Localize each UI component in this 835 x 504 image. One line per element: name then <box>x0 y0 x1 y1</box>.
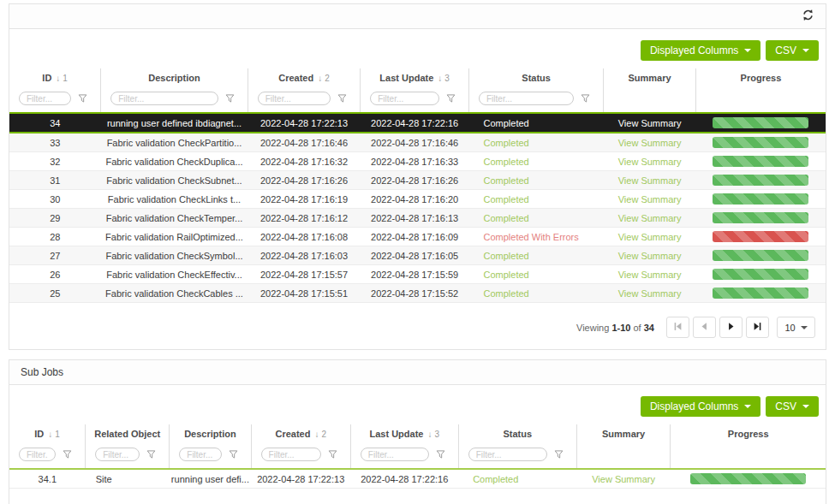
filter-funnel-icon[interactable] <box>436 450 445 459</box>
last-page-button[interactable] <box>746 317 769 338</box>
filter-funnel-icon[interactable] <box>225 94 235 103</box>
filter-input-status[interactable] <box>468 448 547 461</box>
filter-input-description[interactable] <box>179 448 221 461</box>
column-header-summary[interactable]: Summary <box>604 68 696 89</box>
status-badge: Completed <box>469 209 604 228</box>
displayed-columns-button[interactable]: Displayed Columns <box>641 40 760 61</box>
view-summary-link[interactable]: View Summary <box>618 213 682 223</box>
progress-bar <box>713 269 808 280</box>
view-summary-link[interactable]: View Summary <box>618 232 682 242</box>
caret-down-icon <box>744 405 751 408</box>
filter-input-status[interactable] <box>479 92 574 105</box>
cell-summary: View Summary <box>604 113 696 133</box>
sub-jobs-toolbar: Displayed Columns CSV <box>9 385 826 424</box>
cell-summary: View Summary <box>604 246 696 265</box>
cell-progress <box>695 228 826 246</box>
view-summary-link[interactable]: View Summary <box>618 175 682 186</box>
view-summary-link[interactable]: View Summary <box>618 251 682 261</box>
filter-input-last-update[interactable] <box>361 448 429 461</box>
view-summary-link[interactable]: View Summary <box>592 474 655 484</box>
view-summary-link[interactable]: View Summary <box>618 118 682 128</box>
column-header-id[interactable]: ID1 <box>9 424 86 445</box>
filter-input-related-object[interactable] <box>95 448 140 461</box>
filter-funnel-icon[interactable] <box>337 94 347 103</box>
filter-funnel-icon[interactable] <box>229 450 238 459</box>
column-label: ID <box>34 429 44 439</box>
table-row[interactable]: 34.1 Site running user defi... 2022-04-2… <box>9 469 826 489</box>
filter-funnel-icon[interactable] <box>554 450 564 459</box>
csv-button[interactable]: CSV <box>766 40 819 61</box>
column-header-description[interactable]: Description <box>101 68 248 89</box>
cell-last-update: 2022-04-28 17:16:20 <box>361 190 469 209</box>
filter-input-created[interactable] <box>261 448 321 461</box>
displayed-columns-button[interactable]: Displayed Columns <box>641 396 760 417</box>
filter-funnel-icon[interactable] <box>146 450 156 459</box>
cell-description: running user defined ibdiagnet... <box>101 113 248 133</box>
next-page-button[interactable] <box>719 317 743 338</box>
table-row[interactable]: 32 Fabric validation CheckDuplica... 202… <box>9 152 826 171</box>
first-page-button[interactable] <box>666 317 689 338</box>
page-size-value: 10 <box>784 323 795 333</box>
column-header-status[interactable]: Status <box>469 68 604 89</box>
filter-funnel-icon[interactable] <box>328 450 337 459</box>
cell-id: 27 <box>9 246 101 265</box>
filter-input-last-update[interactable] <box>370 92 439 105</box>
filter-input-id[interactable] <box>19 448 56 461</box>
filter-input-created[interactable] <box>258 92 331 105</box>
table-row[interactable]: 30 Fabric validation CheckLinks t... 202… <box>9 190 826 209</box>
cell-summary: View Summary <box>604 228 696 246</box>
column-header-created[interactable]: Created2 <box>248 68 361 89</box>
filter-funnel-icon[interactable] <box>581 94 590 103</box>
page-size-select[interactable]: 10 <box>777 317 815 338</box>
column-label: Summary <box>629 73 671 83</box>
progress-bar <box>713 117 808 128</box>
column-header-last-update[interactable]: Last Update3 <box>350 424 458 445</box>
column-header-progress[interactable]: Progress <box>671 424 826 445</box>
view-summary-link[interactable]: View Summary <box>618 138 682 148</box>
table-row[interactable]: 31 Fabric validation CheckSubnet... 2022… <box>9 171 826 190</box>
cell-summary: View Summary <box>604 190 696 209</box>
view-summary-link[interactable]: View Summary <box>618 157 682 167</box>
table-row[interactable]: 25 Fabric validation CheckCables ... 202… <box>9 284 826 303</box>
column-header-last-update[interactable]: Last Update3 <box>361 68 469 89</box>
cell-created: 2022-04-28 17:15:51 <box>248 284 361 303</box>
column-header-progress[interactable]: Progress <box>695 68 826 89</box>
table-row[interactable]: 33 Fabric validation CheckPartitio... 20… <box>9 133 826 152</box>
filter-input-description[interactable] <box>110 92 218 105</box>
cell-created: 2022-04-28 17:16:46 <box>248 133 361 152</box>
table-row[interactable]: 26 Fabric validation CheckEffectiv... 20… <box>9 265 826 284</box>
column-header-status[interactable]: Status <box>458 424 576 445</box>
table-row[interactable]: 27 Fabric validation CheckSymbol... 2022… <box>9 246 826 265</box>
status-badge: Completed <box>469 246 604 265</box>
view-summary-link[interactable]: View Summary <box>618 288 682 299</box>
column-header-created[interactable]: Created2 <box>251 424 350 445</box>
prev-page-button[interactable] <box>693 317 716 338</box>
column-label: Status <box>503 429 532 439</box>
filter-input-id[interactable] <box>19 92 71 105</box>
cell-id: 32 <box>9 152 101 171</box>
refresh-button[interactable] <box>802 9 814 24</box>
status-badge: Completed <box>469 265 604 284</box>
view-summary-link[interactable]: View Summary <box>618 194 682 205</box>
sort-desc-icon: 3 <box>427 430 439 439</box>
column-header-description[interactable]: Description <box>170 424 251 445</box>
sort-desc-icon: 2 <box>318 74 330 83</box>
table-row[interactable]: 29 Fabric validation CheckTemper... 2022… <box>9 209 826 228</box>
cell-created: 2022-04-28 17:15:57 <box>248 265 361 284</box>
column-header-summary[interactable]: Summary <box>576 424 671 445</box>
filter-funnel-icon[interactable] <box>63 450 72 459</box>
column-label: Progress <box>728 429 769 439</box>
cell-id: 28 <box>9 228 101 246</box>
column-header-id[interactable]: ID1 <box>9 68 101 89</box>
view-summary-link[interactable]: View Summary <box>618 270 682 280</box>
table-row[interactable]: 28 Fabric validation RailOptimized... 20… <box>9 228 826 246</box>
pagination: Viewing 1-10 of 34 10 <box>9 303 826 349</box>
progress-bar <box>713 231 808 242</box>
caret-down-icon <box>802 49 809 52</box>
cell-last-update: 2022-04-28 17:16:05 <box>361 246 469 265</box>
filter-funnel-icon[interactable] <box>78 94 87 103</box>
column-header-related-object[interactable]: Related Object <box>86 424 170 445</box>
filter-funnel-icon[interactable] <box>446 94 456 103</box>
csv-button[interactable]: CSV <box>766 396 819 417</box>
table-row[interactable]: 34 running user defined ibdiagnet... 202… <box>9 113 826 133</box>
